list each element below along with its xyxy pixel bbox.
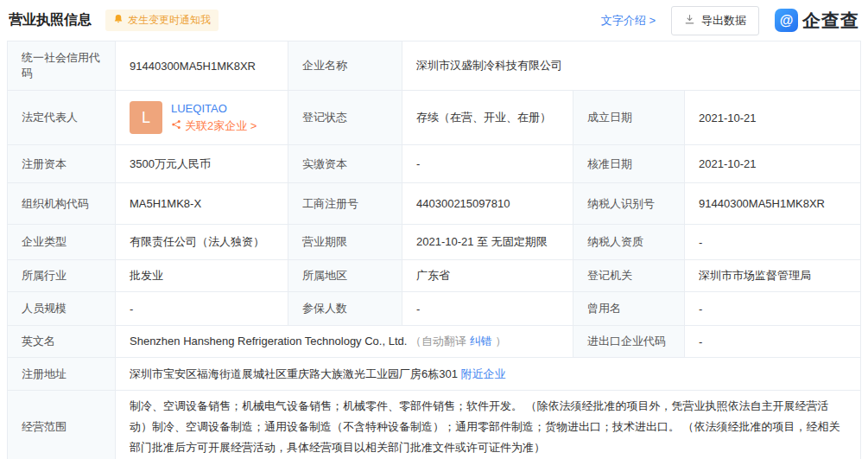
value-insured-count: -: [402, 292, 573, 326]
value-reg-authority: 深圳市市场监督管理局: [685, 260, 861, 292]
business-license-table: 统一社会信用代码 91440300MA5H1MK8XR 企业名称 深圳市汉盛制冷…: [7, 41, 861, 459]
value-company-name: 深圳市汉盛制冷科技有限公司: [402, 41, 861, 91]
table-row: 组织机构代码 MA5H1MK8-X 工商注册号 440300215097810 …: [8, 183, 861, 225]
page-title: 营业执照信息: [9, 11, 92, 29]
label-region: 所属地区: [288, 260, 402, 292]
reg-address-text: 深圳市宝安区福海街道展城社区重庆路大族激光工业园厂房6栋301: [130, 367, 458, 380]
bell-icon: [113, 14, 124, 27]
correct-error-link[interactable]: 纠错: [470, 335, 492, 347]
section-header: 营业执照信息 发生变更时通知我 文字介绍 > 导出数据 @ 企查查: [0, 0, 868, 41]
label-paid-capital: 实缴资本: [288, 145, 402, 183]
related-companies-icon: [171, 119, 181, 132]
label-biz-reg-no: 工商注册号: [288, 183, 402, 225]
value-import-export-code: -: [685, 326, 861, 358]
table-row: 所属行业 批发业 所属地区 广东省 登记机关 深圳市市场监督管理局: [8, 260, 861, 292]
value-taxpayer-quality: -: [685, 225, 861, 260]
value-biz-term: 2021-10-21 至 无固定期限: [402, 225, 573, 260]
qichacha-logo: @ 企查查: [775, 9, 859, 33]
value-reg-status: 存续（在营、开业、在册）: [402, 91, 573, 145]
related-companies-link[interactable]: 关联2家企业 >: [185, 118, 257, 134]
export-data-label: 导出数据: [701, 13, 746, 29]
label-taxpayer-id: 纳税人识别号: [573, 183, 685, 225]
value-approval-date: 2021-10-21: [685, 145, 861, 183]
label-reg-status: 登记状态: [288, 91, 402, 145]
label-org-code: 组织机构代码: [8, 183, 116, 225]
table-row: 注册地址 深圳市宝安区福海街道展城社区重庆路大族激光工业园厂房6栋301 附近企…: [8, 358, 861, 391]
legal-rep-card: L LUEQITAO 关联2家企业 >: [130, 101, 274, 134]
label-reg-address: 注册地址: [8, 358, 116, 391]
label-english-name: 英文名: [8, 326, 116, 358]
value-paid-capital: -: [402, 145, 573, 183]
value-reg-capital: 3500万元人民币: [116, 145, 288, 183]
label-credit-code: 统一社会信用代码: [8, 41, 116, 91]
legal-rep-avatar[interactable]: L: [130, 101, 162, 134]
label-industry: 所属行业: [8, 260, 116, 292]
english-name-text: Shenzhen Hansheng Refrigeration Technolo…: [130, 335, 407, 347]
value-reg-address: 深圳市宝安区福海街道展城社区重庆路大族激光工业园厂房6栋301 附近企业: [116, 358, 861, 391]
label-company-type: 企业类型: [8, 225, 116, 260]
value-region: 广东省: [402, 260, 573, 292]
label-taxpayer-quality: 纳税人资质: [573, 225, 685, 260]
value-industry: 批发业: [116, 260, 288, 292]
value-company-type: 有限责任公司（法人独资）: [116, 225, 288, 260]
label-reg-authority: 登记机关: [573, 260, 685, 292]
label-staff-size: 人员规模: [8, 292, 116, 326]
value-staff-size: -: [116, 292, 288, 326]
label-biz-scope: 经营范围: [8, 391, 116, 459]
value-biz-reg-no: 440300215097810: [402, 183, 573, 225]
label-established-date: 成立日期: [573, 91, 685, 145]
legal-rep-name-link[interactable]: LUEQITAO: [171, 102, 257, 115]
text-intro-link[interactable]: 文字介绍 >: [601, 13, 656, 29]
table-row: 企业类型 有限责任公司（法人独资） 营业期限 2021-10-21 至 无固定期…: [8, 225, 861, 260]
label-former-name: 曾用名: [573, 292, 685, 326]
notify-change-badge[interactable]: 发生变更时通知我: [105, 10, 219, 31]
value-credit-code: 91440300MA5H1MK8XR: [116, 41, 288, 91]
value-former-name: -: [685, 292, 861, 326]
qichacha-logo-icon: @: [775, 9, 798, 32]
value-taxpayer-id: 91440300MA5H1MK8XR: [685, 183, 861, 225]
download-icon: [684, 14, 695, 28]
notify-change-label: 发生变更时通知我: [128, 13, 211, 28]
label-insured-count: 参保人数: [288, 292, 402, 326]
value-biz-scope: 制冷、空调设备销售；机械电气设备销售；机械零件、零部件销售；软件开发。 （除依法…: [116, 391, 861, 459]
table-row: 统一社会信用代码 91440300MA5H1MK8XR 企业名称 深圳市汉盛制冷…: [8, 41, 861, 91]
table-row: 法定代表人 L LUEQITAO 关联2家企业 > 登记状态 存续（在营、开业、…: [8, 91, 861, 145]
auto-translate-note-close: ）: [495, 335, 506, 347]
auto-translate-note: （自动翻译: [410, 335, 466, 347]
nearby-companies-link[interactable]: 附近企业: [461, 367, 506, 380]
value-org-code: MA5H1MK8-X: [116, 183, 288, 225]
table-row: 英文名 Shenzhen Hansheng Refrigeration Tech…: [8, 326, 861, 358]
value-established-date: 2021-10-21: [685, 91, 861, 145]
export-data-button[interactable]: 导出数据: [671, 6, 759, 35]
label-import-export-code: 进出口企业代码: [573, 326, 685, 358]
label-reg-capital: 注册资本: [8, 145, 116, 183]
value-legal-rep: L LUEQITAO 关联2家企业 >: [116, 91, 288, 145]
label-company-name: 企业名称: [288, 41, 402, 91]
table-row: 经营范围 制冷、空调设备销售；机械电气设备销售；机械零件、零部件销售；软件开发。…: [8, 391, 861, 459]
value-english-name: Shenzhen Hansheng Refrigeration Technolo…: [116, 326, 573, 358]
table-row: 人员规模 - 参保人数 - 曾用名 -: [8, 292, 861, 326]
label-legal-rep: 法定代表人: [8, 91, 116, 145]
label-biz-term: 营业期限: [288, 225, 402, 260]
table-row: 注册资本 3500万元人民币 实缴资本 - 核准日期 2021-10-21: [8, 145, 861, 183]
label-approval-date: 核准日期: [573, 145, 685, 183]
qichacha-logo-text: 企查查: [802, 9, 859, 33]
header-actions: 文字介绍 > 导出数据 @ 企查查: [601, 6, 859, 35]
